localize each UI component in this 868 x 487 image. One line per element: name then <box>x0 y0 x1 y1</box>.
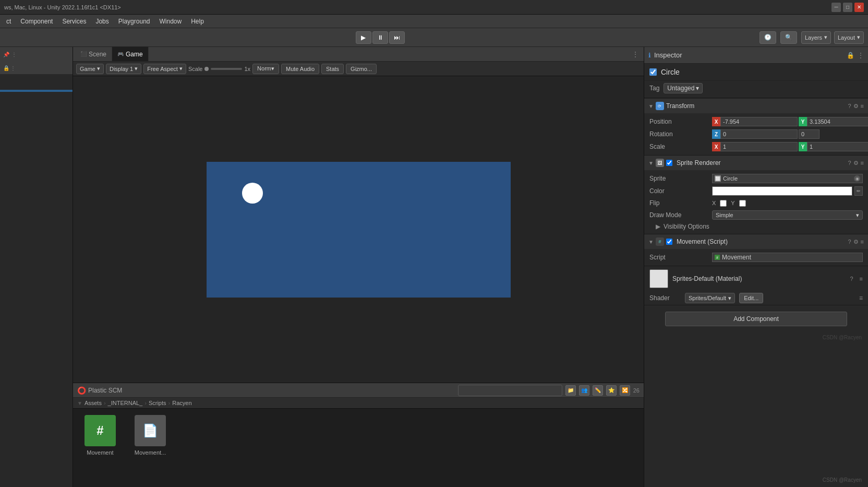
pause-button[interactable]: ⏸ <box>372 31 388 44</box>
menu-item-playground[interactable]: Playground <box>114 17 154 26</box>
movement-script-help-icon[interactable]: ? <box>848 239 851 245</box>
flip-row: Flip X Y <box>644 197 868 209</box>
movement-script-header[interactable]: ▼ # Movement (Script) ? ⚙ ≡ <box>644 234 868 249</box>
inspector-header: ℹ Inspector 🔒 ⋮ <box>644 47 868 64</box>
breadcrumb-assets[interactable]: Assets <box>85 400 102 406</box>
sprite-value-field[interactable]: ⬜ Circle ◉ <box>712 174 863 183</box>
color-swatch[interactable] <box>712 186 852 196</box>
breadcrumb-internal[interactable]: _INTERNAL_ <box>108 400 143 406</box>
material-info: Sprites-Default (Material) <box>672 275 846 282</box>
menu-item-services[interactable]: Services <box>58 17 90 26</box>
shader-dropdown[interactable]: Sprites/Default ▾ <box>685 293 735 303</box>
step-button[interactable]: ⏭ <box>389 31 405 44</box>
movement-script-settings-icon[interactable]: ⚙ <box>853 239 859 245</box>
game-label-dropdown[interactable]: Game ▾ <box>76 64 104 74</box>
norm-button[interactable]: Norm▾ <box>252 64 279 74</box>
transform-settings-icon[interactable]: ⚙ <box>853 103 859 110</box>
rotation-w-input[interactable] <box>799 129 819 139</box>
folder-icon-btn[interactable]: 📁 <box>565 385 576 396</box>
object-active-checkbox[interactable] <box>649 68 657 76</box>
shader-label: Shader <box>649 294 681 302</box>
history-button[interactable]: 🕐 <box>760 31 776 44</box>
script-value-field[interactable]: # Movement <box>712 253 863 262</box>
scale-y-field: Y <box>799 142 868 151</box>
branch-icon-btn[interactable]: 🔀 <box>620 385 630 396</box>
close-button[interactable]: ✕ <box>854 3 864 12</box>
search-input[interactable] <box>458 385 562 396</box>
sprite-renderer-help-icon[interactable]: ? <box>848 160 851 166</box>
material-more-icon[interactable]: ≡ <box>860 276 863 282</box>
layout-dropdown[interactable]: Layout ▾ <box>834 31 864 44</box>
color-edit-btn[interactable]: ✏ <box>854 186 863 196</box>
menu-item-component[interactable]: Component <box>16 17 57 26</box>
material-help-icon[interactable]: ? <box>850 276 853 282</box>
position-x-field: X <box>712 117 798 126</box>
sprite-renderer-more-icon[interactable]: ≡ <box>861 160 864 166</box>
add-component-button[interactable]: Add Component <box>665 312 847 326</box>
play-controls: ▶ ⏸ ⏭ <box>356 31 405 44</box>
position-x-input[interactable] <box>720 117 798 126</box>
layers-dropdown[interactable]: Layers ▾ <box>801 31 831 44</box>
aspect-dropdown[interactable]: Free Aspect ▾ <box>143 64 186 74</box>
mute-audio-button[interactable]: Mute Audio <box>281 64 319 74</box>
transform-header[interactable]: ▼ ⟳ Transform ? ⚙ ≡ <box>644 99 868 113</box>
flip-y-label: Y <box>731 200 734 206</box>
display-dropdown[interactable]: Display 1 ▾ <box>106 64 141 74</box>
draw-mode-row: Draw Mode Simple ▾ <box>644 209 868 221</box>
transform-more-icon[interactable]: ≡ <box>861 103 864 109</box>
stats-button[interactable]: Stats <box>321 64 344 74</box>
menu-item-window[interactable]: Window <box>155 17 186 26</box>
movement-script-arrow-icon: ▼ <box>648 239 654 245</box>
visibility-options-row[interactable]: ▶ Visibility Options <box>644 221 868 232</box>
movement-script-more-icon[interactable]: ≡ <box>861 239 864 245</box>
transform-body: Position X Y <box>644 113 868 155</box>
minimize-button[interactable]: ─ <box>831 3 841 12</box>
scale-slider-dot[interactable] <box>204 67 209 71</box>
window-controls[interactable]: ─ □ ✕ <box>831 3 864 12</box>
menu-item-ct[interactable]: ct <box>2 17 15 26</box>
title-bar: ws, Mac, Linux - Unity 2022.1.16f1c1 <DX… <box>0 0 868 15</box>
breadcrumb-racyen[interactable]: Racyen <box>172 400 191 406</box>
star-icon-btn[interactable]: ⭐ <box>606 385 617 396</box>
flip-x-checkbox[interactable] <box>720 200 727 207</box>
movement-script-enabled[interactable] <box>666 239 672 245</box>
sprite-select-btn[interactable]: ◉ <box>854 175 860 182</box>
sprite-renderer-header[interactable]: ▼ 🖼 Sprite Renderer ? ⚙ ≡ <box>644 156 868 170</box>
position-y-input[interactable] <box>807 117 868 126</box>
file-movement-doc[interactable]: 📄 Movement... <box>129 415 171 456</box>
game-canvas <box>207 162 511 298</box>
group-icon-btn[interactable]: 👥 <box>579 385 589 396</box>
scale-x-input[interactable] <box>720 142 798 151</box>
circle-object <box>242 183 263 204</box>
shader-list-icon[interactable]: ≡ <box>859 294 863 302</box>
gizmos-button[interactable]: Gizmo... <box>346 64 377 74</box>
inspector-more-icon[interactable]: ⋮ <box>858 52 864 59</box>
draw-mode-label: Draw Mode <box>649 211 712 219</box>
scale-y-input[interactable] <box>807 142 868 151</box>
scene-tab[interactable]: ⬛ Scene <box>75 47 112 61</box>
tab-options[interactable]: ⋮ <box>629 51 642 58</box>
draw-mode-dropdown[interactable]: Simple ▾ <box>712 210 863 220</box>
menu-item-jobs[interactable]: Jobs <box>91 17 113 26</box>
layers-area: Layers ▾ Layout ▾ <box>801 31 864 44</box>
sprite-renderer-enabled[interactable] <box>666 160 672 166</box>
breadcrumb-scripts[interactable]: Scripts <box>149 400 166 406</box>
flip-y-checkbox[interactable] <box>739 200 746 207</box>
menu-item-help[interactable]: Help <box>187 17 208 26</box>
scale-values: X Y <box>712 142 868 151</box>
maximize-button[interactable]: □ <box>843 3 852 12</box>
rotation-z-input[interactable] <box>720 129 798 139</box>
sprite-renderer-settings-icon[interactable]: ⚙ <box>853 160 859 167</box>
file-movement-script[interactable]: # Movement <box>79 415 121 456</box>
transform-help-icon[interactable]: ? <box>848 103 851 109</box>
tag-dropdown[interactable]: Untagged ▾ <box>664 83 703 93</box>
material-preview[interactable] <box>649 269 668 288</box>
flip-label: Flip <box>649 199 712 207</box>
rotation-w-field <box>799 129 863 139</box>
inspector-lock-icon[interactable]: 🔒 <box>847 52 854 59</box>
play-button[interactable]: ▶ <box>356 31 371 44</box>
search-button[interactable]: 🔍 <box>780 31 797 44</box>
pencil-icon-btn[interactable]: ✏️ <box>593 385 603 396</box>
game-tab[interactable]: 🎮 Game <box>112 47 149 61</box>
shader-edit-button[interactable]: Edit... <box>739 293 763 303</box>
